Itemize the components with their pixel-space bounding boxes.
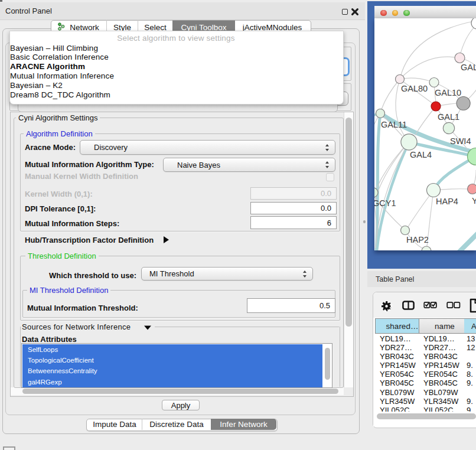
svg-text:GAL4: GAL4 [410,150,432,159]
svg-text:GAL11: GAL11 [381,120,407,129]
svg-text:GAL1: GAL1 [438,112,459,122]
svg-text:SWI4: SWI4 [450,136,471,146]
svg-text:GAL80: GAL80 [401,84,428,93]
svg-text:GCY1: GCY1 [374,198,396,208]
svg-text:GAL7: GAL7 [461,63,476,72]
svg-text:YE: YE [472,196,476,206]
svg-text:HAP2: HAP2 [406,235,429,244]
svg-text:GAL10: GAL10 [435,88,461,97]
svg-text:HAP4: HAP4 [436,197,458,206]
